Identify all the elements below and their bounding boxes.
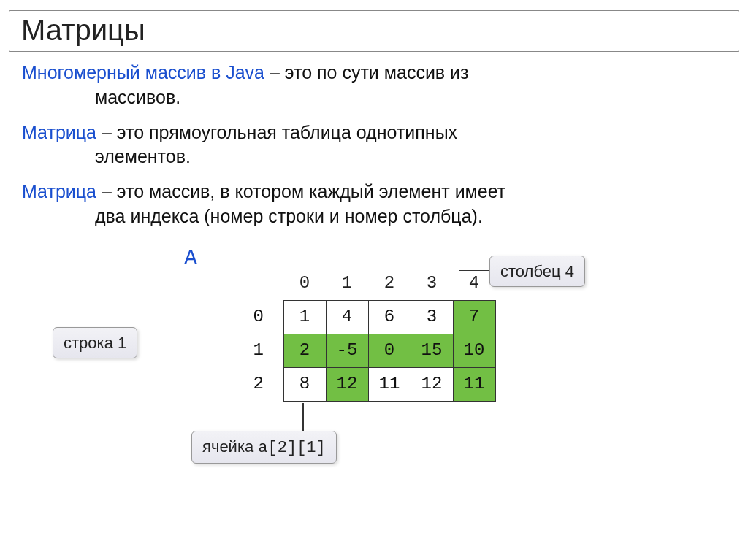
cell-0-1: 4 xyxy=(326,301,368,334)
cell-2-3: 12 xyxy=(411,368,453,402)
content-area: Многомерный массив в Java – это по сути … xyxy=(9,61,739,486)
matrix-row-0: 0 1 4 6 3 7 xyxy=(241,301,495,334)
row-header-1: 1 xyxy=(241,334,283,368)
matrix-row-2: 2 8 12 11 12 11 xyxy=(241,368,495,402)
cell-2-1: 12 xyxy=(326,368,368,402)
def1-line1: – это по сути массив из xyxy=(264,62,468,83)
cell-0-4: 7 xyxy=(453,301,495,334)
callout-cell-code: a[2][1] xyxy=(258,439,325,457)
slide: Матрицы Многомерный массив в Java – это … xyxy=(0,0,748,560)
cell-1-0: 2 xyxy=(283,334,326,368)
cell-2-2: 11 xyxy=(368,368,411,402)
term-2: Матрица xyxy=(22,122,96,142)
col-header-2: 2 xyxy=(368,267,411,301)
row-header-2: 2 xyxy=(241,368,283,402)
cell-1-3: 15 xyxy=(411,334,453,368)
def1-line2: массивов. xyxy=(95,85,726,110)
cell-0-3: 3 xyxy=(411,301,453,334)
callout-column: столбец 4 xyxy=(489,256,585,288)
matrix-name-label: A xyxy=(184,244,197,274)
term-1: Многомерный массив в Java xyxy=(22,62,264,83)
cell-2-4: 11 xyxy=(453,368,495,402)
definition-2: Матрица – это прямоугольная таблица одно… xyxy=(22,120,726,170)
cell-1-2: 0 xyxy=(368,334,411,368)
def3-line2: два индекса (номер строки и номер столбц… xyxy=(95,204,726,229)
def3-line1: – это массив, в котором каждый элемент и… xyxy=(96,181,505,202)
col-header-1: 1 xyxy=(326,267,368,301)
title-container: Матрицы xyxy=(9,10,739,52)
term-3: Матрица xyxy=(22,181,96,202)
slide-title: Матрицы xyxy=(21,14,727,47)
callout-cell: ячейка a[2][1] xyxy=(191,431,337,464)
def2-line1: – это прямоугольная таблица однотипных xyxy=(96,122,457,142)
definition-1: Многомерный массив в Java – это по сути … xyxy=(22,61,726,110)
col-header-0: 0 xyxy=(283,267,326,301)
connector-column xyxy=(459,270,491,272)
connector-row xyxy=(153,342,241,343)
cell-0-2: 6 xyxy=(368,301,411,334)
connector-cell xyxy=(302,403,304,432)
cell-0-0: 1 xyxy=(283,301,326,334)
definition-3: Матрица – это массив, в котором каждый э… xyxy=(22,180,726,229)
callout-row: строка 1 xyxy=(53,327,137,359)
matrix-row-1: 1 2 -5 0 15 10 xyxy=(241,334,495,368)
matrix-table: 0 1 2 3 4 0 1 4 6 3 7 1 2 -5 xyxy=(241,267,496,402)
cell-1-4: 10 xyxy=(453,334,495,368)
cell-2-0: 8 xyxy=(283,368,326,402)
col-header-row: 0 1 2 3 4 xyxy=(241,267,495,301)
callout-cell-prefix: ячейка xyxy=(202,437,258,456)
matrix-diagram: A 0 1 2 3 4 0 1 4 6 3 7 xyxy=(22,245,726,486)
col-header-3: 3 xyxy=(411,267,453,301)
cell-1-1: -5 xyxy=(326,334,368,368)
row-header-0: 0 xyxy=(241,301,283,334)
def2-line2: элементов. xyxy=(95,145,726,169)
